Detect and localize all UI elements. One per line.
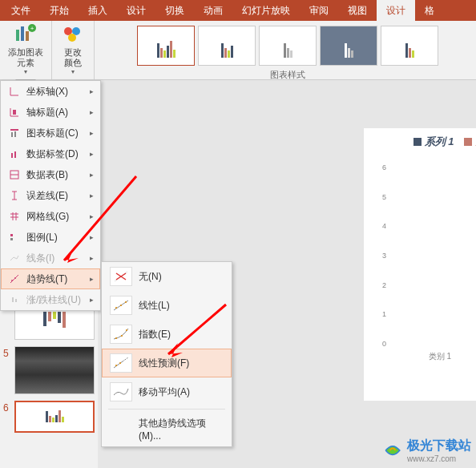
menu-item-trendline[interactable]: 趋势线(T)▸ bbox=[1, 268, 100, 289]
chart-style-1[interactable] bbox=[137, 26, 195, 66]
menu-item-chart-title[interactable]: 图表标题(C)▸ bbox=[1, 123, 100, 143]
add-element-label: 添加图表 元素 bbox=[8, 47, 43, 68]
separator bbox=[108, 409, 225, 410]
chart-styles-label: 图表样式 bbox=[99, 69, 476, 79]
svg-point-29 bbox=[115, 307, 117, 309]
svg-text:+: + bbox=[30, 25, 34, 32]
svg-rect-2 bbox=[26, 31, 29, 41]
chart-style-2[interactable] bbox=[198, 26, 256, 66]
chevron-right-icon: ▸ bbox=[90, 108, 94, 116]
caret-down-icon: ▾ bbox=[24, 68, 27, 75]
svg-point-11 bbox=[68, 34, 76, 42]
svg-point-35 bbox=[115, 365, 117, 366]
linear-icon bbox=[110, 296, 132, 315]
tab-view[interactable]: 视图 bbox=[338, 0, 377, 22]
submenu-more-options[interactable]: 其他趋势线选项(M)... bbox=[102, 412, 232, 446]
svg-rect-12 bbox=[13, 110, 16, 115]
tab-start[interactable]: 开始 bbox=[40, 0, 79, 22]
slide-number: 6 bbox=[3, 401, 14, 433]
slide-preview bbox=[14, 346, 95, 394]
tab-format[interactable]: 格 bbox=[415, 0, 444, 22]
submenu-linear[interactable]: 线性(L) bbox=[102, 291, 232, 320]
slide-number: 5 bbox=[3, 346, 14, 394]
chevron-right-icon: ▸ bbox=[90, 192, 94, 200]
slide-thumbnails-panel: 4 极光下载站 5 6 bbox=[0, 288, 98, 468]
svg-point-31 bbox=[125, 301, 127, 303]
tab-transition[interactable]: 切换 bbox=[155, 0, 194, 22]
add-chart-element-menu: 坐标轴(X)▸ 轴标题(A)▸ 图表标题(C)▸ 数据标签(D)▸ 数据表(B)… bbox=[0, 80, 101, 311]
svg-point-32 bbox=[115, 337, 117, 339]
slide-preview bbox=[14, 401, 95, 433]
legend-icon bbox=[7, 231, 22, 244]
chart-styles-gallery: 图表样式 bbox=[95, 21, 476, 79]
tab-file[interactable]: 文件 bbox=[2, 0, 40, 22]
svg-point-25 bbox=[11, 280, 13, 281]
submenu-exponential[interactable]: 指数(E) bbox=[102, 320, 232, 349]
watermark-icon bbox=[381, 439, 404, 462]
chevron-right-icon: ▸ bbox=[90, 171, 94, 179]
submenu-forecast[interactable]: 线性预测(F) bbox=[102, 349, 232, 377]
legend-item-2: 系列 2 bbox=[464, 135, 476, 149]
chart-style-5[interactable] bbox=[381, 26, 438, 66]
svg-rect-13 bbox=[10, 129, 18, 131]
forecast-icon bbox=[110, 353, 132, 373]
lines-icon bbox=[7, 252, 22, 264]
menu-item-axis-title[interactable]: 轴标题(A)▸ bbox=[1, 102, 100, 123]
menu-item-error-bar[interactable]: 误差线(E)▸ bbox=[1, 185, 100, 206]
tab-review[interactable]: 审阅 bbox=[300, 0, 338, 22]
menu-item-data-table[interactable]: 数据表(B)▸ bbox=[1, 164, 100, 185]
svg-point-36 bbox=[119, 362, 121, 364]
tab-insert[interactable]: 插入 bbox=[79, 0, 117, 22]
gridlines-icon bbox=[7, 210, 22, 223]
watermark-text: 极光下载站 bbox=[407, 438, 471, 454]
data-label-icon bbox=[7, 147, 22, 160]
tab-chart-design[interactable]: 设计 bbox=[377, 0, 415, 22]
svg-point-34 bbox=[126, 329, 127, 331]
change-colors-button[interactable]: 更改 颜色 ▾ bbox=[57, 23, 89, 75]
legend-item-1: 系列 1 bbox=[413, 135, 454, 149]
chart-title-icon bbox=[7, 127, 22, 139]
menu-item-lines: 线条(I)▸ bbox=[1, 248, 100, 268]
submenu-none[interactable]: 无(N) bbox=[102, 262, 232, 291]
watermark-url: www.xz7.com bbox=[407, 454, 471, 463]
menu-item-gridlines[interactable]: 网格线(G)▸ bbox=[1, 206, 100, 227]
ribbon: + 添加图表 元素 ▾ 快速布局 ▾ 更改 颜色 ▾ bbox=[0, 21, 476, 80]
menu-item-axis[interactable]: 坐标轴(X)▸ bbox=[1, 81, 100, 102]
chart-preview[interactable]: 系列 1 系列 2 系列 3 6 5 4 3 2 1 0 类别 bbox=[364, 128, 476, 401]
legend-swatch bbox=[413, 138, 422, 146]
trendline-submenu: 无(N) 线性(L) 指数(E) 线性预测(F) 移动平均(A) 其他趋势线选项… bbox=[101, 261, 232, 447]
updown-icon bbox=[7, 293, 22, 306]
svg-rect-23 bbox=[10, 234, 13, 236]
add-chart-element-button[interactable]: + 添加图表 元素 ▾ bbox=[5, 23, 46, 75]
slide-thumb-5[interactable]: 5 bbox=[3, 346, 95, 394]
tab-slideshow[interactable]: 幻灯片放映 bbox=[232, 0, 300, 22]
svg-rect-27 bbox=[12, 297, 14, 302]
chart-style-4[interactable] bbox=[320, 26, 377, 66]
change-colors-icon bbox=[60, 23, 86, 46]
ribbon-tabbar: 文件 开始 插入 设计 切换 动画 幻灯片放映 审阅 视图 设计 格 bbox=[0, 0, 476, 21]
chart-style-3[interactable] bbox=[259, 26, 317, 66]
data-table-icon bbox=[7, 168, 22, 181]
caret-down-icon: ▾ bbox=[71, 68, 75, 75]
x-axis-labels: 类别 1 类别 2 bbox=[388, 351, 476, 362]
axis-icon bbox=[7, 85, 22, 98]
add-element-icon: + bbox=[13, 23, 38, 46]
chevron-right-icon: ▸ bbox=[90, 275, 94, 283]
tab-design[interactable]: 设计 bbox=[117, 0, 155, 22]
error-bar-icon bbox=[7, 189, 22, 202]
chart-plot-area: 6 5 4 3 2 1 0 bbox=[388, 163, 476, 348]
svg-rect-0 bbox=[16, 30, 19, 41]
axis-title-icon bbox=[7, 106, 22, 119]
tab-animation[interactable]: 动画 bbox=[194, 0, 232, 22]
trendline-icon bbox=[7, 272, 22, 285]
menu-item-data-label[interactable]: 数据标签(D)▸ bbox=[1, 143, 100, 164]
menu-item-legend[interactable]: 图例(L)▸ bbox=[1, 227, 100, 248]
chevron-right-icon: ▸ bbox=[90, 129, 94, 137]
svg-rect-17 bbox=[14, 151, 16, 158]
submenu-moving-avg[interactable]: 移动平均(A) bbox=[102, 377, 232, 406]
chevron-right-icon: ▸ bbox=[90, 254, 94, 262]
slide-thumb-6[interactable]: 6 bbox=[3, 401, 95, 433]
svg-point-26 bbox=[14, 277, 16, 279]
chevron-right-icon: ▸ bbox=[90, 150, 94, 158]
change-colors-label: 更改 颜色 bbox=[64, 47, 82, 68]
